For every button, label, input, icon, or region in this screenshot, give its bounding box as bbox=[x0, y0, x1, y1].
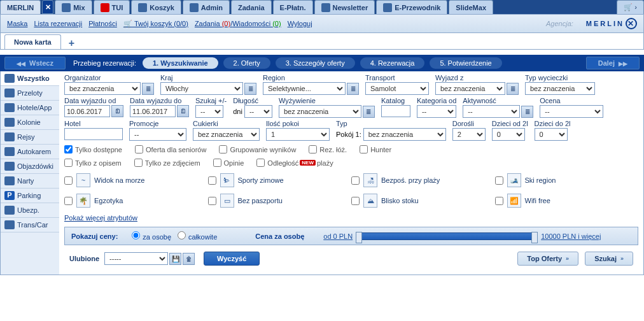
step-3[interactable]: 3. Szczegóły oferty bbox=[276, 57, 355, 69]
top-tab-eprzewodnik[interactable]: E-Przewodnik bbox=[376, 0, 447, 14]
typ-select[interactable]: bez znaczenia bbox=[363, 128, 446, 141]
check-grupowanie[interactable]: Grupowanie wyników bbox=[219, 145, 296, 153]
back-button[interactable]: Wstecz bbox=[4, 57, 66, 69]
sidebar-transcar[interactable]: Trans/Car bbox=[1, 218, 59, 232]
region-list-icon[interactable]: ≣ bbox=[347, 83, 359, 95]
datado-calendar-icon[interactable]: 🗓 bbox=[177, 105, 189, 117]
szukaj-button[interactable]: Szukaj» bbox=[585, 252, 633, 266]
attr-bezpos-plazy[interactable]: 🏖Bezpoś. przy plaży bbox=[351, 173, 495, 187]
check-odleglosc[interactable]: OdległośćNEWplaży bbox=[256, 159, 333, 167]
check-hunter[interactable]: Hunter bbox=[360, 145, 391, 153]
top-tab-mix[interactable]: Mix bbox=[55, 0, 92, 14]
ulubione-select[interactable]: ----- bbox=[104, 252, 168, 265]
sidebar-autokarem[interactable]: Autokarem bbox=[1, 145, 59, 159]
ocena-select[interactable]: -- bbox=[540, 105, 603, 118]
menu-platnosci[interactable]: Płatności bbox=[88, 20, 117, 27]
step-2[interactable]: 2. Oferty bbox=[223, 57, 270, 69]
sidebar-przeloty[interactable]: Przeloty bbox=[1, 86, 59, 101]
top-tab-slidemax[interactable]: SlideMax bbox=[449, 0, 493, 14]
typwyc-select[interactable]: bez znaczenia bbox=[525, 82, 595, 95]
attr-ski[interactable]: 🎿Ski region bbox=[495, 173, 639, 187]
price-to[interactable]: 10000 PLN i więcej bbox=[541, 232, 601, 240]
attr-sporty[interactable]: ⛷Sporty zimowe bbox=[208, 173, 352, 187]
dataod-input[interactable] bbox=[64, 105, 110, 117]
attr-widok[interactable]: ~Widok na morze bbox=[64, 173, 208, 187]
menu-zadania[interactable]: Zadania (0)/Wiadomości (0) bbox=[195, 20, 281, 27]
menu-koszyk[interactable]: 🛒 Twój koszyk (0/0) bbox=[123, 20, 188, 28]
check-tylko-opis[interactable]: Tylko z opisem bbox=[64, 159, 122, 167]
attr-blisko-stoku[interactable]: ⛰Blisko stoku bbox=[351, 194, 495, 208]
radio-calkowite[interactable]: całkowite bbox=[171, 231, 217, 241]
top-tab-zadania[interactable]: Zadania bbox=[231, 0, 272, 14]
top-tab-newsletter[interactable]: Newsletter bbox=[314, 0, 375, 14]
wyzywienie-select[interactable]: bez znaczenia bbox=[279, 105, 361, 118]
hotel-label: Hotel bbox=[64, 120, 123, 127]
attr-egzotyka[interactable]: 🌴Egzotyka bbox=[64, 194, 208, 208]
step-1[interactable]: 1. Wyszukiwanie bbox=[143, 57, 218, 69]
menu-wyloguj[interactable]: Wyloguj bbox=[288, 20, 312, 27]
radio-za-osobe[interactable]: za osobę bbox=[125, 231, 171, 241]
iloscpokoi-select[interactable]: 1 bbox=[266, 128, 330, 141]
top-tab-tui[interactable]: TUI bbox=[94, 0, 130, 14]
forward-button[interactable]: Dalej bbox=[586, 57, 640, 69]
top-tab-eplatn[interactable]: E-Płatn. bbox=[273, 0, 313, 14]
sidebar-parking[interactable]: PParking bbox=[1, 189, 59, 203]
menu-lista[interactable]: Lista rezerwacji bbox=[34, 20, 82, 27]
wyzywienie-list-icon[interactable]: ≣ bbox=[363, 106, 375, 118]
wyjazdz-select[interactable]: bez znaczenia bbox=[435, 82, 505, 95]
dlugosc-select[interactable]: -- bbox=[244, 105, 272, 118]
check-tylko-dostepne[interactable]: Tylko dostępne bbox=[64, 145, 122, 153]
check-tylko-zdjecie[interactable]: Tylko ze zdjęciem bbox=[134, 159, 200, 167]
tab-nowa-karta[interactable]: Nowa karta bbox=[4, 34, 61, 49]
cukierki-select[interactable]: bez znaczenia bbox=[193, 128, 260, 141]
datado-input[interactable] bbox=[130, 105, 176, 117]
region-select[interactable]: Selektywnie... bbox=[263, 82, 346, 95]
check-rezloz[interactable]: Rez. łóż. bbox=[309, 145, 347, 153]
aktywnosc-select[interactable]: -- bbox=[463, 105, 520, 118]
szukaj-select[interactable]: -- bbox=[195, 105, 223, 118]
sidebar-hotele[interactable]: Hotele/App bbox=[1, 101, 59, 115]
sidebar-wszystko[interactable]: Wszystko bbox=[1, 71, 59, 86]
sidebar-rejsy[interactable]: Rejsy bbox=[1, 130, 59, 145]
sidebar-kolonie[interactable]: Kolonie bbox=[1, 115, 59, 130]
attr-wifi[interactable]: 📶Wifi free bbox=[495, 194, 639, 208]
kategoria-select[interactable]: -- bbox=[417, 105, 456, 118]
delete-icon[interactable]: 🗑 bbox=[183, 253, 195, 265]
save-icon[interactable]: 💾 bbox=[169, 253, 181, 265]
hotel-input[interactable] bbox=[64, 128, 123, 140]
dziecido2l-select[interactable]: 0 bbox=[535, 128, 568, 141]
organizator-list-icon[interactable]: ≣ bbox=[142, 83, 154, 95]
add-tab-button[interactable]: + bbox=[64, 38, 80, 49]
sidebar-narty[interactable]: Narty bbox=[1, 174, 59, 189]
check-opinie[interactable]: Opinie bbox=[213, 159, 244, 167]
close-icon[interactable]: ✕ bbox=[42, 0, 53, 14]
dzieci2l-select[interactable]: 0 bbox=[492, 128, 525, 141]
top-oferty-button[interactable]: Top Oferty» bbox=[517, 252, 578, 266]
attr-bezpaszportu[interactable]: ▭Bez paszportu bbox=[208, 194, 352, 208]
kraj-select[interactable]: Włochy bbox=[160, 82, 243, 95]
promocje-select[interactable]: -- bbox=[129, 128, 186, 141]
sidebar-objazdowki[interactable]: Objazdówki bbox=[1, 159, 59, 174]
top-tab-merlin[interactable]: MERLIN bbox=[0, 0, 41, 14]
wyjazdz-list-icon[interactable]: ≣ bbox=[507, 83, 519, 95]
organizator-select[interactable]: bez znaczenia bbox=[64, 82, 141, 95]
price-from[interactable]: od 0 PLN bbox=[323, 232, 353, 240]
check-oferta-senior[interactable]: Oferta dla seniorów bbox=[135, 145, 206, 153]
card-tabs: Nowa karta + bbox=[0, 33, 644, 50]
price-slider[interactable] bbox=[358, 232, 536, 240]
menu-maska[interactable]: Maska bbox=[7, 20, 27, 27]
sidebar-ubezp[interactable]: Ubezp. bbox=[1, 203, 59, 218]
dataod-calendar-icon[interactable]: 🗓 bbox=[111, 105, 123, 117]
top-cart-arrow[interactable]: 🛒 › bbox=[617, 0, 644, 14]
aktywnosc-list-icon[interactable]: ≣ bbox=[521, 106, 533, 118]
wyczysc-button[interactable]: Wyczyść bbox=[204, 252, 260, 266]
top-tab-admin[interactable]: Admin bbox=[183, 0, 230, 14]
step-5[interactable]: 5. Potwierdzenie bbox=[430, 57, 501, 69]
kraj-list-icon[interactable]: ≣ bbox=[244, 83, 256, 95]
dorosli-select[interactable]: 2 bbox=[452, 128, 486, 141]
transport-select[interactable]: Samolot bbox=[365, 82, 429, 95]
show-more-attrs[interactable]: Pokaż więcej atrybutów bbox=[64, 214, 638, 222]
katalog-input[interactable] bbox=[381, 105, 410, 117]
step-4[interactable]: 4. Rezerwacja bbox=[360, 57, 425, 69]
top-tab-koszyk[interactable]: Koszyk bbox=[131, 0, 181, 14]
